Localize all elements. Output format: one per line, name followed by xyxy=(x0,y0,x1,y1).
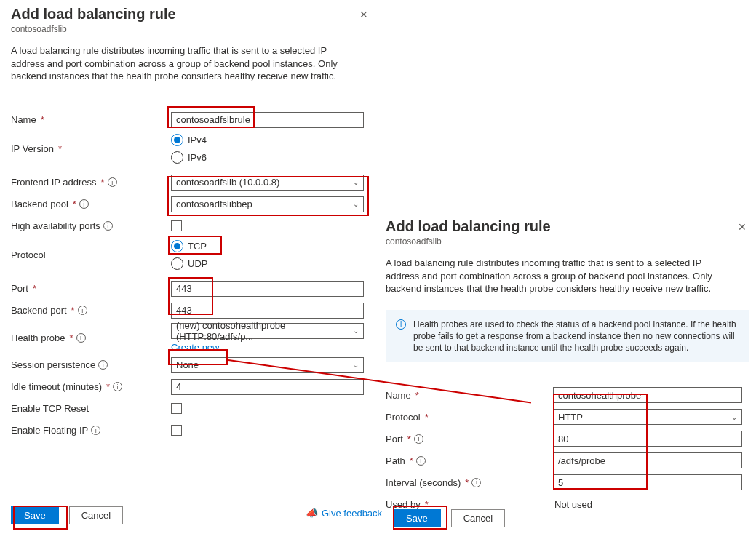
cancel-button[interactable]: Cancel xyxy=(451,509,505,527)
info-icon[interactable]: i xyxy=(103,221,113,231)
label-backendpool: Backend pool* i xyxy=(11,199,171,209)
hp-usedby-value: Not used xyxy=(553,499,749,510)
save-button[interactable]: Save xyxy=(393,509,441,527)
hp-port-input[interactable] xyxy=(553,431,742,447)
label-floating: Enable Floating IP i xyxy=(11,425,171,436)
create-new-link[interactable]: Create new xyxy=(171,342,371,353)
tcpreset-checkbox[interactable] xyxy=(171,403,182,414)
info-icon: i xyxy=(396,319,406,330)
label-port: Port* xyxy=(11,283,171,294)
label-frontend: Frontend IP address* i xyxy=(11,177,171,188)
label-name: Name* xyxy=(11,114,171,125)
radio-icon xyxy=(171,257,183,270)
close-icon[interactable]: ✕ xyxy=(357,6,371,23)
label-tcpreset: Enable TCP Reset xyxy=(11,403,171,414)
radio-udp[interactable]: UDP xyxy=(171,256,371,272)
info-icon[interactable]: i xyxy=(98,360,108,370)
radio-icon xyxy=(171,240,183,252)
hp-path-input[interactable] xyxy=(553,452,742,468)
backendpool-select[interactable]: contosoadfslibbep⌄ xyxy=(171,196,364,212)
backendport-input[interactable] xyxy=(171,303,364,319)
row-hp-interval: Interval (seconds)* i xyxy=(386,473,749,492)
info-icon[interactable]: i xyxy=(416,456,426,466)
footer-left: Save Cancel xyxy=(11,506,123,524)
label-hp-name: Name* xyxy=(386,390,553,401)
row-healthprobe: Health probe* i (new) contosohealthprobe… xyxy=(11,323,371,353)
radio-icon xyxy=(171,134,183,146)
port-input[interactable] xyxy=(171,281,364,297)
row-tcpreset: Enable TCP Reset xyxy=(11,399,371,418)
row-hp-protocol: Protocol* HTTP⌄ xyxy=(386,407,749,426)
radio-tcp[interactable]: TCP xyxy=(171,239,371,255)
radio-ipv4[interactable]: IPv4 xyxy=(171,132,371,148)
chevron-down-icon: ⌄ xyxy=(731,413,737,421)
info-icon[interactable]: i xyxy=(471,478,481,487)
label-haports: High availability ports i xyxy=(11,220,171,231)
row-idle: Idle timeout (minutes)* i xyxy=(11,378,371,396)
panel-subtitle: contosoadfslib xyxy=(11,24,176,34)
give-feedback-link[interactable]: 📣 Give feedback xyxy=(306,507,382,519)
close-icon[interactable]: ✕ xyxy=(735,218,749,236)
left-panel: Add load balancing rule contosoadfslib ✕… xyxy=(11,6,371,440)
chevron-down-icon: ⌄ xyxy=(353,178,359,186)
row-protocol: Protocol TCP UDP xyxy=(11,239,371,272)
row-floating: Enable Floating IP i xyxy=(11,421,371,440)
floating-checkbox[interactable] xyxy=(171,425,182,436)
panel-description: A load balancing rule distributes incomi… xyxy=(11,44,360,83)
info-icon[interactable]: i xyxy=(108,177,117,187)
row-frontend: Frontend IP address* i contosoadfslib (1… xyxy=(11,173,371,192)
row-hp-path: Path* i xyxy=(386,451,749,470)
label-hp-interval: Interval (seconds)* i xyxy=(386,477,553,488)
panel-header: Add load balancing rule contosoadfslib ✕ xyxy=(11,6,371,34)
panel-subtitle: contosoadfslib xyxy=(386,236,551,247)
row-hp-port: Port* i xyxy=(386,429,749,448)
label-protocol: Protocol xyxy=(11,249,171,260)
healthprobe-select[interactable]: (new) contosohealthprobe (HTTP:80/adfs/p… xyxy=(171,323,364,339)
panel-header: Add load balancing rule contosoadfslib ✕ xyxy=(386,218,749,247)
info-box: i Health probes are used to check the st… xyxy=(386,310,749,363)
row-backendpool: Backend pool* i contosoadfslibbep⌄ xyxy=(11,195,371,214)
chevron-down-icon: ⌄ xyxy=(353,327,359,335)
row-ipversion: IP Version* IPv4 IPv6 xyxy=(11,132,371,166)
hp-interval-input[interactable] xyxy=(553,474,742,490)
idle-input[interactable] xyxy=(171,379,364,395)
hp-protocol-select[interactable]: HTTP⌄ xyxy=(553,409,742,425)
info-box-text: Health probes are used to check the stat… xyxy=(413,319,739,354)
panel-title: Add load balancing rule xyxy=(11,6,176,23)
label-backendport: Backend port* i xyxy=(11,305,171,316)
footer-right: Save Cancel xyxy=(393,509,505,527)
label-hp-usedby: Used by* xyxy=(386,499,553,510)
save-button[interactable]: Save xyxy=(11,506,59,524)
panel-description: A load balancing rule distributes incomi… xyxy=(386,257,735,295)
radio-ipv6[interactable]: IPv6 xyxy=(171,150,371,166)
panel-title: Add load balancing rule xyxy=(386,218,551,235)
label-idle: Idle timeout (minutes)* i xyxy=(11,381,171,392)
hp-name-input[interactable] xyxy=(553,387,742,403)
row-backendport: Backend port* i xyxy=(11,301,371,320)
label-session: Session persistence i xyxy=(11,359,171,370)
right-panel: Add load balancing rule contosoadfslib ✕… xyxy=(386,218,749,514)
info-icon[interactable]: i xyxy=(113,382,122,391)
label-hp-protocol: Protocol* xyxy=(386,412,553,423)
info-icon[interactable]: i xyxy=(79,199,89,209)
label-ipversion: IP Version* xyxy=(11,143,171,154)
row-haports: High availability ports i xyxy=(11,217,371,236)
name-input[interactable] xyxy=(171,112,364,128)
row-name: Name* xyxy=(11,111,371,129)
cancel-button[interactable]: Cancel xyxy=(69,506,123,524)
info-icon[interactable]: i xyxy=(78,306,87,315)
info-icon[interactable]: i xyxy=(76,333,86,343)
label-healthprobe: Health probe* i xyxy=(11,332,171,343)
label-hp-path: Path* i xyxy=(386,455,553,466)
haports-checkbox[interactable] xyxy=(171,220,182,231)
row-port: Port* xyxy=(11,279,371,298)
feedback-icon: 📣 xyxy=(306,507,318,519)
info-icon[interactable]: i xyxy=(91,426,100,435)
chevron-down-icon: ⌄ xyxy=(353,200,359,208)
info-icon[interactable]: i xyxy=(414,434,423,444)
frontend-select[interactable]: contosoadfslib (10.0.0.8)⌄ xyxy=(171,175,364,191)
radio-icon xyxy=(171,151,183,164)
chevron-down-icon: ⌄ xyxy=(353,361,359,369)
label-hp-port: Port* i xyxy=(386,434,553,444)
